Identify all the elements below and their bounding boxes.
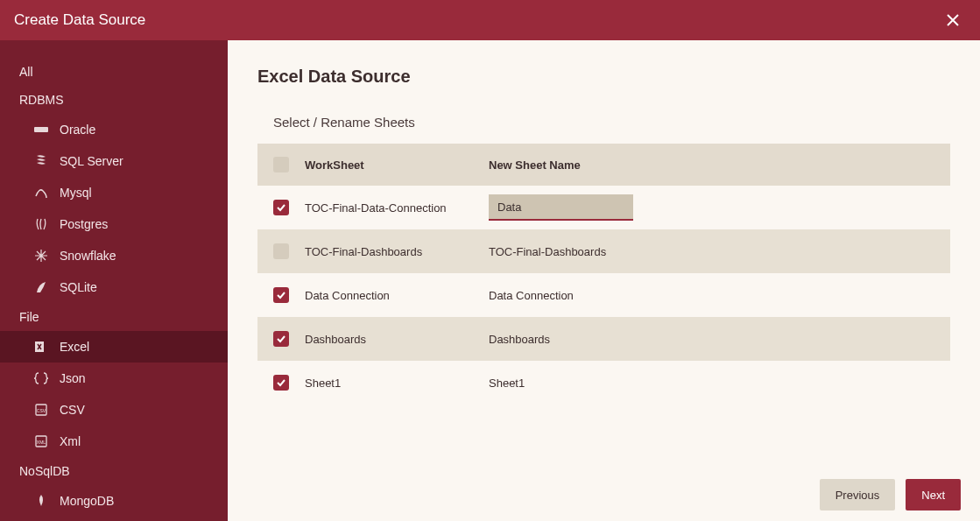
sidebar-item-label: SQL Server [60,154,123,168]
xml-icon: XML [33,433,49,449]
sidebar-item-mysql[interactable]: Mysql [0,177,228,208]
select-all-checkbox[interactable] [273,157,289,172]
sqlserver-icon [33,153,49,169]
sidebar-cat-file[interactable]: File [0,303,228,331]
sidebar-item-oracle[interactable]: Oracle [0,114,228,145]
sidebar-item-sqlite[interactable]: SQLite [0,271,228,303]
sidebar-cat-rdbms[interactable]: RDBMS [0,86,228,114]
sidebar-item-excel[interactable]: Excel [0,331,228,363]
sidebar-item-label: SQLite [60,280,97,294]
mongodb-icon [33,493,49,509]
row-checkbox[interactable] [273,243,289,259]
sidebar-item-label: Oracle [60,123,95,137]
sqlite-icon [33,279,49,295]
close-button[interactable] [940,7,966,33]
sidebar-item-label: Postgres [60,217,108,231]
sidebar-item-mongodb[interactable]: MongoDB [0,485,228,517]
new-sheet-name[interactable]: Dashboards [478,333,950,346]
row-checkbox[interactable] [273,200,289,215]
table-row: Sheet1 Sheet1 [257,361,950,405]
sidebar-item-xml[interactable]: XML Xml [0,426,228,457]
excel-icon [33,339,49,355]
header-newname: New Sheet Name [478,158,950,172]
sidebar-item-label: MongoDB [60,494,114,508]
new-sheet-name-input[interactable] [489,194,633,221]
row-checkbox[interactable] [273,375,289,391]
worksheet-name: TOC-Final-Dashboards [294,245,478,258]
table-row: TOC-Final-Dashboards TOC-Final-Dashboard… [257,229,950,273]
footer: Previous Next [228,468,980,521]
titlebar: Create Data Source [0,0,980,40]
table-row: TOC-Final-Data-Connection [257,186,950,229]
sidebar-item-label: Xml [60,434,81,448]
section-title: Select / Rename Sheets [257,115,950,130]
app-root: Create Data Source All RDBMS Oracle SQL … [0,0,980,521]
sidebar: All RDBMS Oracle SQL Server Mysql Postgr… [0,40,228,521]
table-row: Data Connection Data Connection [257,273,950,317]
main-panel: Excel Data Source Select / Rename Sheets… [228,40,980,521]
sidebar-item-label: Snowflake [60,249,116,263]
close-icon [946,13,960,27]
sidebar-cat-all[interactable]: All [0,58,228,86]
csv-icon: CSV [33,402,49,418]
sidebar-item-snowflake[interactable]: Snowflake [0,240,228,271]
sidebar-item-sqlserver[interactable]: SQL Server [0,145,228,177]
next-button[interactable]: Next [906,479,961,510]
sidebar-cat-nosql[interactable]: NoSqlDB [0,457,228,485]
window-title: Create Data Source [14,11,145,29]
worksheet-name: Dashboards [294,333,478,346]
json-icon [33,370,49,386]
main-inner: Excel Data Source Select / Rename Sheets… [228,40,980,468]
sidebar-item-csv[interactable]: CSV CSV [0,394,228,426]
sidebar-item-label: Json [60,371,86,385]
worksheet-name: TOC-Final-Data-Connection [294,201,478,215]
sidebar-item-label: Mysql [60,186,92,200]
row-checkbox[interactable] [273,287,289,303]
row-checkbox[interactable] [273,331,289,347]
sidebar-item-postgres[interactable]: Postgres [0,208,228,240]
table-row: Dashboards Dashboards [257,317,950,361]
worksheet-name: Sheet1 [294,377,478,390]
new-sheet-name[interactable]: Sheet1 [478,377,950,390]
new-sheet-name[interactable]: Data Connection [478,289,950,302]
table-header: WorkSheet New Sheet Name [257,144,950,186]
worksheet-name: Data Connection [294,289,478,302]
header-worksheet: WorkSheet [294,158,478,172]
body: All RDBMS Oracle SQL Server Mysql Postgr… [0,40,980,521]
sidebar-item-label: Excel [60,340,89,354]
previous-button[interactable]: Previous [820,479,896,510]
page-title: Excel Data Source [257,67,950,87]
sheets-table: WorkSheet New Sheet Name TOC-Final-Data-… [257,144,950,405]
postgres-icon [33,216,49,232]
mysql-icon [33,185,49,201]
snowflake-icon [33,248,49,264]
sidebar-item-label: CSV [60,403,85,417]
oracle-icon [33,122,49,137]
svg-text:CSV: CSV [37,408,46,413]
sidebar-item-json[interactable]: Json [0,363,228,394]
svg-rect-0 [34,127,48,132]
new-sheet-name[interactable]: TOC-Final-Dashboards [478,245,950,258]
svg-text:XML: XML [37,440,46,445]
